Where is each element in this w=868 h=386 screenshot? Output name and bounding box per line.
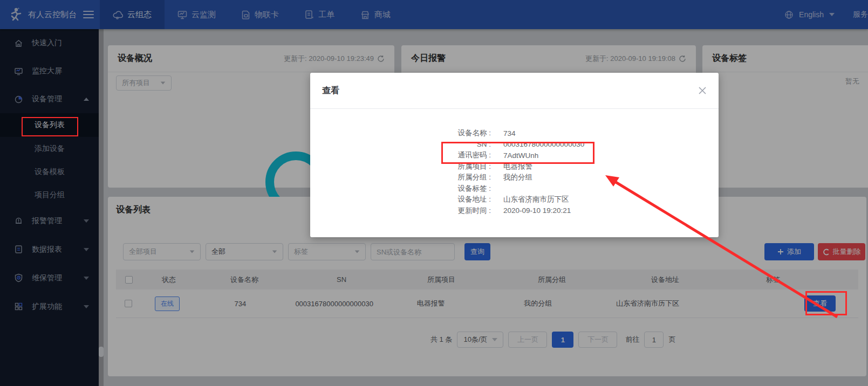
field-label: 更新时间 :: [310, 206, 491, 216]
field-value-address: 山东省济南市历下区: [503, 195, 569, 204]
field-label: 所属项目 :: [310, 162, 491, 171]
field-value-group: 我的分组: [503, 173, 532, 182]
view-device-modal: 查看 设备名称 :734 SN :00031678000000000030 通讯…: [310, 73, 719, 237]
field-value-password: 7AdtWUnh: [503, 151, 538, 160]
field-label: 所属分组 :: [310, 173, 491, 182]
field-value-project: 电器报警: [503, 162, 532, 171]
field-label: 设备名称 :: [310, 128, 491, 138]
field-value-updated: 2020-09-10 19:20:21: [503, 206, 571, 215]
device-detail-fields: 设备名称 :734 SN :00031678000000000030 通讯密码 …: [310, 128, 719, 216]
field-value-name: 734: [503, 129, 516, 137]
field-value-sn: 00031678000000000030: [503, 140, 584, 148]
close-icon[interactable]: [698, 86, 707, 95]
modal-title: 查看: [322, 85, 339, 96]
field-label: SN :: [310, 140, 491, 148]
field-label: 设备地址 :: [310, 195, 491, 204]
field-label: 通讯密码 :: [310, 150, 491, 160]
field-label: 设备标签 :: [310, 184, 491, 194]
